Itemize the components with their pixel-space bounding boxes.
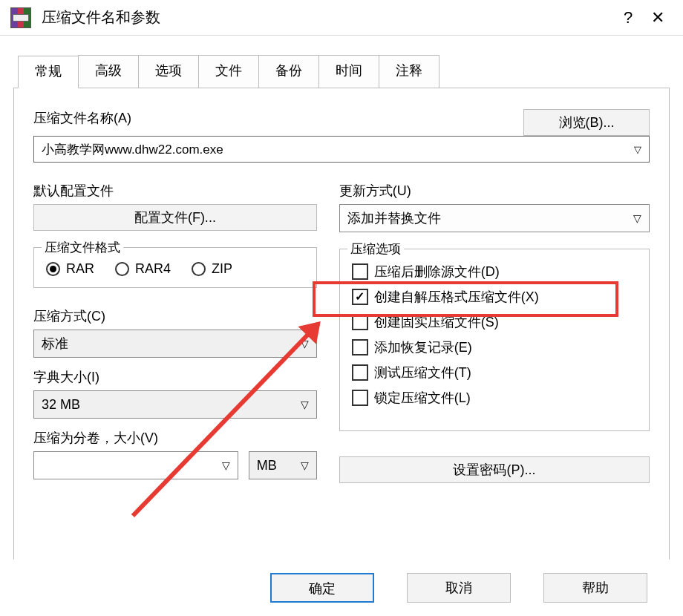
compression-label: 压缩方式(C) (33, 307, 317, 325)
help-icon[interactable] (613, 8, 643, 27)
check-create-sfx[interactable]: 创建自解压格式压缩文件(X) (352, 288, 637, 306)
tab-general[interactable]: 常规 (18, 56, 79, 88)
right-column: 更新方式(U) 添加并替换文件 ▽ 压缩选项 压缩后删除源文件(D) 创建自解压… (339, 182, 650, 483)
password-button[interactable]: 设置密码(P)... (339, 456, 650, 483)
dialog-content: 常规 高级 选项 文件 备份 时间 注释 浏览(B)... 压缩文件名称(A) … (0, 36, 683, 563)
check-test[interactable]: 测试压缩文件(T) (352, 364, 637, 381)
compression-value: 标准 (42, 335, 68, 353)
options-legend: 压缩选项 (347, 240, 404, 258)
tab-file[interactable]: 文件 (198, 55, 259, 88)
left-column: 默认配置文件 配置文件(F)... 压缩文件格式 RAR RAR4 (33, 182, 317, 483)
check-create-sfx-label: 创建自解压格式压缩文件(X) (374, 288, 539, 306)
chevron-down-icon: ▽ (222, 459, 230, 471)
check-recovery-label: 添加恢复记录(E) (374, 338, 472, 356)
filename-value: 小高教学网www.dhw22.com.exe (42, 141, 223, 158)
check-delete-after[interactable]: 压缩后删除源文件(D) (352, 263, 637, 281)
check-lock-label: 锁定压缩文件(L) (374, 389, 471, 407)
window-title: 压缩文件名和参数 (42, 7, 613, 27)
check-test-label: 测试压缩文件(T) (374, 364, 471, 381)
cancel-button[interactable]: 取消 (407, 573, 511, 603)
radio-rar[interactable]: RAR (46, 261, 94, 277)
check-recovery[interactable]: 添加恢复记录(E) (352, 338, 637, 356)
tab-advanced[interactable]: 高级 (78, 55, 139, 88)
radio-zip[interactable]: ZIP (192, 261, 232, 277)
check-lock[interactable]: 锁定压缩文件(L) (352, 389, 637, 407)
split-label: 压缩为分卷，大小(V) (33, 429, 317, 447)
close-icon[interactable] (643, 8, 673, 27)
check-solid[interactable]: 创建固实压缩文件(S) (352, 313, 637, 331)
tab-backup[interactable]: 备份 (258, 55, 319, 88)
tab-time[interactable]: 时间 (318, 55, 379, 88)
chevron-down-icon: ▽ (301, 459, 309, 471)
tab-comment[interactable]: 注释 (379, 55, 439, 88)
options-group: 压缩选项 压缩后删除源文件(D) 创建自解压格式压缩文件(X) 创建固实压缩文件… (339, 249, 650, 431)
chevron-down-icon: ▽ (634, 144, 641, 155)
update-mode-label: 更新方式(U) (339, 182, 650, 200)
format-group: 压缩文件格式 RAR RAR4 ZIP (33, 247, 317, 288)
tabs: 常规 高级 选项 文件 备份 时间 注释 (18, 55, 670, 88)
chevron-down-icon: ▽ (301, 399, 309, 410)
compression-select[interactable]: 标准 ▽ (33, 330, 317, 358)
tab-options[interactable]: 选项 (138, 55, 199, 88)
browse-button[interactable]: 浏览(B)... (523, 109, 650, 136)
radio-rar4-label: RAR4 (135, 261, 171, 277)
update-mode-value: 添加并替换文件 (347, 209, 441, 227)
profile-button[interactable]: 配置文件(F)... (33, 204, 317, 231)
split-size-input[interactable]: ▽ (33, 451, 238, 479)
dictionary-select[interactable]: 32 MB ▽ (33, 390, 317, 419)
radio-zip-label: ZIP (212, 261, 232, 277)
chevron-down-icon: ▽ (633, 212, 641, 224)
update-mode-select[interactable]: 添加并替换文件 ▽ (339, 204, 650, 232)
titlebar: 压缩文件名和参数 (0, 0, 683, 36)
tab-panel-general: 浏览(B)... 压缩文件名称(A) 小高教学网www.dhw22.com.ex… (13, 88, 670, 563)
ok-button[interactable]: 确定 (270, 573, 374, 603)
split-unit-value: MB (257, 458, 277, 474)
app-icon (10, 7, 31, 28)
dictionary-value: 32 MB (42, 397, 80, 413)
help-button[interactable]: 帮助 (543, 573, 647, 603)
split-unit-select[interactable]: MB ▽ (249, 451, 317, 479)
default-profile-label: 默认配置文件 (33, 182, 317, 200)
radio-rar4[interactable]: RAR4 (115, 261, 171, 277)
dialog-footer: 确定 取消 帮助 (0, 560, 683, 616)
check-delete-after-label: 压缩后删除源文件(D) (374, 263, 500, 281)
format-legend: 压缩文件格式 (42, 239, 123, 256)
filename-input[interactable]: 小高教学网www.dhw22.com.exe ▽ (33, 136, 650, 163)
check-solid-label: 创建固实压缩文件(S) (374, 313, 499, 331)
radio-rar-label: RAR (66, 261, 94, 277)
